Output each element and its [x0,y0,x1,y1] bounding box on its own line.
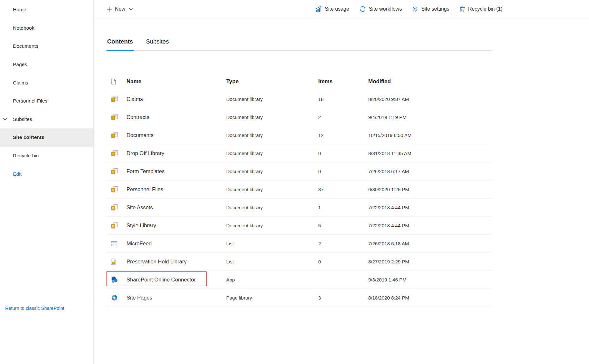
row-icon-cell [107,276,127,283]
sidebar-item-label: Pages [13,62,27,67]
sidebar-item-personnel-files[interactable]: Personnel Files [0,92,93,110]
row-items-count: 37 [318,187,368,192]
row-type: Document library [226,133,318,138]
action-label: Site settings [421,6,449,12]
row-name-cell: Site Assets [127,204,226,211]
sidebar-item-pages[interactable]: Pages [0,55,93,74]
row-type: Document library [226,151,318,156]
column-header-type[interactable]: Type [226,78,318,85]
table-row-personnel-files[interactable]: Personnel Files Document library 37 6/30… [107,181,492,199]
row-items-count: 0 [318,151,368,156]
column-header-name[interactable]: Name [127,78,226,85]
row-name-cell: Site Pages [127,295,226,301]
table-row-form-templates[interactable]: Form Templates Document library 0 7/26/2… [107,162,492,181]
row-items-count: 18 [318,96,368,102]
sidebar-item-label: Home [13,7,26,13]
row-name-link[interactable]: SharePoint Online Connector [127,277,196,282]
tabs: Contents Subsites [107,35,492,51]
row-items-count: 12 [318,133,368,138]
table-row-sharepoint-online-connector[interactable]: SharePoint Online Connector App 9/3/2019… [107,271,492,289]
row-type: Document library [226,223,318,228]
tab-contents[interactable]: Contents [107,35,134,51]
document-icon [111,79,116,84]
doclib-icon [111,150,118,156]
row-name-link[interactable]: Preservation Hold Library [127,259,187,264]
sharepoint-app-icon [111,276,118,283]
sidebar-item-subsites[interactable]: Subsites [0,110,93,129]
return-to-classic-link[interactable]: Return to classic SharePoint [5,306,64,311]
action-label: Site workflows [369,6,402,12]
row-name-link[interactable]: Personnel Files [127,186,163,192]
content-area: Contents Subsites Name Type Items Modifi… [107,35,492,307]
site-settings-button[interactable]: Site settings [412,6,449,12]
sidebar-item-claims[interactable]: Claims [0,74,93,92]
sidebar-item-edit[interactable]: Edit [0,165,93,183]
pages-icon [111,294,118,301]
sidebar-item-label: Edit [13,171,22,177]
row-type: List [226,241,318,246]
table-row-style-library[interactable]: Style Library Document library 5 7/22/20… [107,217,492,235]
row-type: Document library [226,169,318,174]
sidebar-item-label: Documents [13,43,38,49]
trash-icon [460,6,465,12]
row-name-link[interactable]: Documents [127,132,153,138]
row-type: Page library [226,295,318,300]
row-name-link[interactable]: Contracts [127,114,149,120]
row-icon-cell [107,241,127,246]
row-name-link[interactable]: Site Assets [127,204,153,210]
sidebar-item-notebook[interactable]: Notebook [0,19,93,37]
column-header-items[interactable]: Items [318,78,368,85]
doclib-icon [111,222,118,229]
row-name-link[interactable]: Claims [127,96,143,102]
table-row-microfeed[interactable]: MicroFeed List 2 7/26/2018 6:18 AM [107,235,492,253]
row-name-link[interactable]: Drop Off Library [127,150,164,156]
row-name-link[interactable]: MicroFeed [127,241,152,246]
table-row-preservation-hold-library[interactable]: Preservation Hold Library List 0 8/27/20… [107,253,492,271]
sidebar-item-documents[interactable]: Documents [0,37,93,55]
table-row-claims[interactable]: Claims Document library 18 8/20/2020 9:3… [107,90,492,108]
table-row-site-pages[interactable]: Site Pages Page library 3 8/18/2020 8:24… [107,289,492,307]
sidebar-item-label: Claims [13,80,28,86]
sidebar-nav: Home Notebook Documents Pages Claims Per… [0,0,93,183]
row-icon-cell [107,132,127,138]
sidebar-item-recycle-bin[interactable]: Recycle bin [0,147,93,165]
column-header-modified[interactable]: Modified [368,78,492,85]
row-name-cell: Claims [127,96,226,102]
row-name-cell: Preservation Hold Library [127,259,226,265]
table-row-documents[interactable]: Documents Document library 12 10/15/2019… [107,126,492,144]
site-workflows-button[interactable]: Site workflows [360,6,402,12]
table-row-site-assets[interactable]: Site Assets Document library 1 7/22/2018… [107,199,492,217]
row-name-link[interactable]: Form Templates [127,168,165,174]
row-type: List [226,259,318,264]
chevron-down-icon[interactable] [3,118,7,121]
chevron-down-icon [129,8,133,11]
row-modified-date: 8/31/2018 11:35 AM [368,151,492,156]
row-type: Document library [226,205,318,210]
row-modified-date: 8/20/2020 9:37 AM [368,96,492,102]
action-label: Site usage [325,6,349,12]
site-usage-button[interactable]: Site usage [315,6,349,12]
row-name-cell: Documents [127,132,226,138]
main-area: New Site usageSite workflowsSite setting… [94,0,589,364]
row-modified-date: 7/22/2018 4:44 PM [368,223,492,228]
table-row-contracts[interactable]: Contracts Document library 2 9/4/2019 1:… [107,108,492,126]
row-modified-date: 7/22/2018 4:44 PM [368,205,492,210]
chart-icon [315,6,322,12]
row-modified-date: 7/26/2018 6:17 AM [368,169,492,174]
sidebar-item-site-contents[interactable]: Site contents [0,128,93,147]
row-icon-cell [107,222,127,229]
sync-icon [360,6,366,12]
row-name-link[interactable]: Site Pages [127,295,152,300]
tab-subsites[interactable]: Subsites [145,35,169,51]
row-modified-date: 7/26/2018 6:18 AM [368,241,492,246]
row-name-link[interactable]: Style Library [127,222,156,228]
row-type: App [226,277,318,282]
sidebar-item-home[interactable]: Home [0,1,93,19]
recycle-bin-1-button[interactable]: Recycle bin (1) [460,6,503,12]
sidebar-footer: Return to classic SharePoint [0,301,93,315]
sidebar-item-label: Subsites [13,116,32,122]
new-button[interactable]: New [107,6,133,12]
row-name-cell: SharePoint Online Connector [127,277,226,283]
table-row-drop-off-library[interactable]: Drop Off Library Document library 0 8/31… [107,144,492,162]
doclib-icon [111,132,118,138]
